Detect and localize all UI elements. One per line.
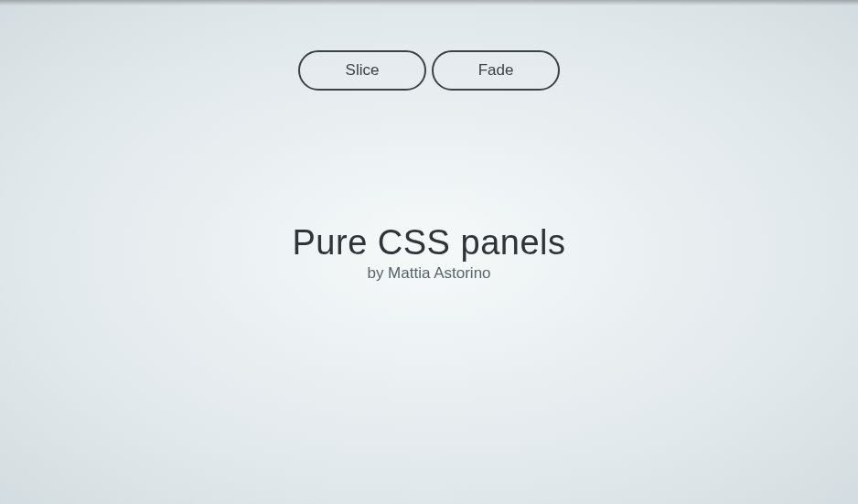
page-title: Pure CSS panels [293, 222, 566, 262]
top-shadow [0, 0, 858, 5]
center-content: Pure CSS panels by Mattia Astorino [293, 222, 566, 282]
fade-button[interactable]: Fade [432, 50, 560, 91]
page-subtitle: by Mattia Astorino [293, 263, 566, 282]
slice-button[interactable]: Slice [298, 50, 426, 91]
button-row: Slice Fade [0, 50, 858, 91]
